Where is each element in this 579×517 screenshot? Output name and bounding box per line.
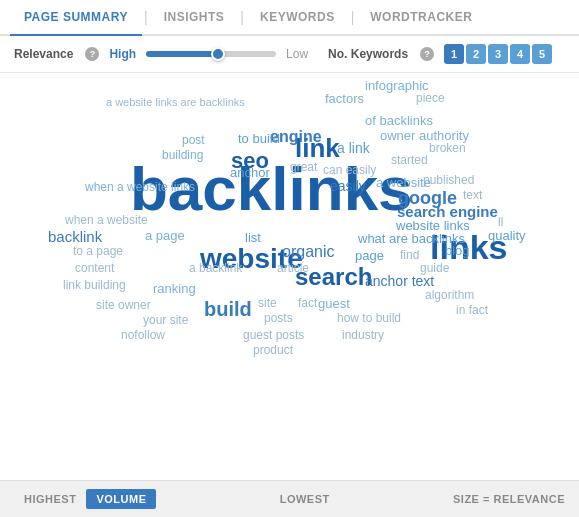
word-cloud-word[interactable]: nofollow: [121, 328, 165, 342]
keyword-buttons: 1 2 3 4 5: [444, 44, 552, 64]
relevance-slider[interactable]: [146, 51, 276, 57]
word-cloud-word[interactable]: industry: [342, 328, 384, 342]
word-cloud-word[interactable]: great: [290, 160, 317, 174]
relevance-label: Relevance: [14, 47, 73, 61]
word-cloud-word[interactable]: a backlink: [189, 261, 242, 275]
tab-bar: PAGE SUMMARY | INSIGHTS | KEYWORDS | WOR…: [0, 0, 579, 36]
word-cloud-word[interactable]: started: [391, 153, 428, 167]
keyword-btn-3[interactable]: 3: [488, 44, 508, 64]
word-cloud-word[interactable]: guest posts: [243, 328, 304, 342]
slider-track[interactable]: [146, 51, 276, 57]
word-cloud-word[interactable]: piece: [416, 91, 445, 105]
word-cloud-word[interactable]: algorithm: [425, 288, 474, 302]
word-cloud-word[interactable]: a website links are backlinks: [106, 96, 245, 108]
word-cloud-word[interactable]: a website: [376, 175, 431, 190]
word-cloud-word[interactable]: a link: [337, 140, 370, 156]
word-cloud-word[interactable]: backlink: [48, 228, 102, 245]
keywords-help-icon[interactable]: ?: [420, 47, 434, 61]
tab-divider-3: |: [351, 9, 355, 25]
word-cloud-word[interactable]: site: [258, 296, 277, 310]
tab-keywords[interactable]: KEYWORDS: [246, 0, 349, 36]
keywords-label: No. Keywords: [328, 47, 408, 61]
footer-highest: HIGHEST: [14, 489, 86, 509]
slider-thumb[interactable]: [211, 47, 225, 61]
word-cloud-word[interactable]: building: [162, 148, 203, 162]
word-cloud-word[interactable]: quality: [488, 228, 526, 243]
footer-size-label: SIZE = RELEVANCE: [453, 493, 565, 505]
word-cloud-word[interactable]: fact: [298, 296, 317, 310]
word-cloud-word[interactable]: to a page: [73, 244, 123, 258]
footer-lowest: LOWEST: [270, 489, 340, 509]
tab-wordtracker[interactable]: WORDTRACKER: [356, 0, 486, 36]
word-cloud-word[interactable]: organic: [282, 243, 334, 261]
word-cloud-word[interactable]: guest: [318, 296, 350, 311]
keyword-btn-4[interactable]: 4: [510, 44, 530, 64]
tab-divider-2: |: [240, 9, 244, 25]
word-cloud-word[interactable]: article: [277, 261, 309, 275]
word-cloud-word[interactable]: link building: [63, 278, 126, 292]
word-cloud-word[interactable]: can easily: [323, 163, 376, 177]
word-cloud-word[interactable]: of backlinks: [365, 113, 433, 128]
word-cloud-word[interactable]: content: [75, 261, 114, 275]
word-cloud-word[interactable]: when a website links: [85, 180, 195, 194]
relevance-high-label: High: [109, 47, 136, 61]
word-cloud-word[interactable]: post: [182, 133, 205, 147]
app-container: PAGE SUMMARY | INSIGHTS | KEYWORDS | WOR…: [0, 0, 579, 517]
word-cloud-word[interactable]: build: [204, 298, 252, 321]
wordcloud-area: backlinkslinkswebsitesearchlinkseogoogle…: [0, 73, 579, 480]
word-cloud-word[interactable]: posts: [264, 311, 293, 325]
tab-divider-1: |: [144, 9, 148, 25]
word-cloud-word[interactable]: text: [463, 188, 482, 202]
keyword-btn-1[interactable]: 1: [444, 44, 464, 64]
footer-bar: HIGHEST VOLUME LOWEST SIZE = RELEVANCE: [0, 480, 579, 517]
relevance-help-icon[interactable]: ?: [85, 47, 99, 61]
word-cloud-word[interactable]: guide: [420, 261, 449, 275]
word-cloud-word[interactable]: broken: [429, 141, 466, 155]
word-cloud-word[interactable]: easily: [330, 178, 366, 194]
word-cloud-word[interactable]: ranking: [153, 281, 196, 296]
word-cloud-word[interactable]: how to build: [337, 311, 401, 325]
word-cloud-word[interactable]: when a website: [65, 213, 148, 227]
keyword-btn-5[interactable]: 5: [532, 44, 552, 64]
tab-insights[interactable]: INSIGHTS: [150, 0, 239, 36]
word-cloud-word[interactable]: factors: [325, 91, 364, 106]
word-cloud-word[interactable]: to build: [238, 131, 280, 146]
word-cloud-word[interactable]: anchor: [230, 165, 270, 180]
controls-row: Relevance ? High Low No. Keywords ? 1 2 …: [0, 36, 579, 73]
word-cloud-word[interactable]: page: [355, 248, 384, 263]
word-cloud-word[interactable]: site owner: [96, 298, 151, 312]
word-cloud-word[interactable]: a page: [145, 228, 185, 243]
tab-page-summary[interactable]: PAGE SUMMARY: [10, 0, 142, 36]
word-cloud-word[interactable]: blog: [445, 243, 470, 258]
word-cloud-word[interactable]: your site: [143, 313, 188, 327]
relevance-low-label: Low: [286, 47, 308, 61]
word-cloud-word[interactable]: find: [400, 248, 419, 262]
word-cloud-word[interactable]: anchor text: [365, 273, 434, 289]
word-cloud-word[interactable]: in fact: [456, 303, 488, 317]
word-cloud-word[interactable]: list: [245, 230, 261, 245]
keyword-btn-2[interactable]: 2: [466, 44, 486, 64]
word-cloud-word[interactable]: product: [253, 343, 293, 357]
word-cloud-word[interactable]: ll: [498, 215, 503, 229]
footer-volume[interactable]: VOLUME: [86, 489, 156, 509]
